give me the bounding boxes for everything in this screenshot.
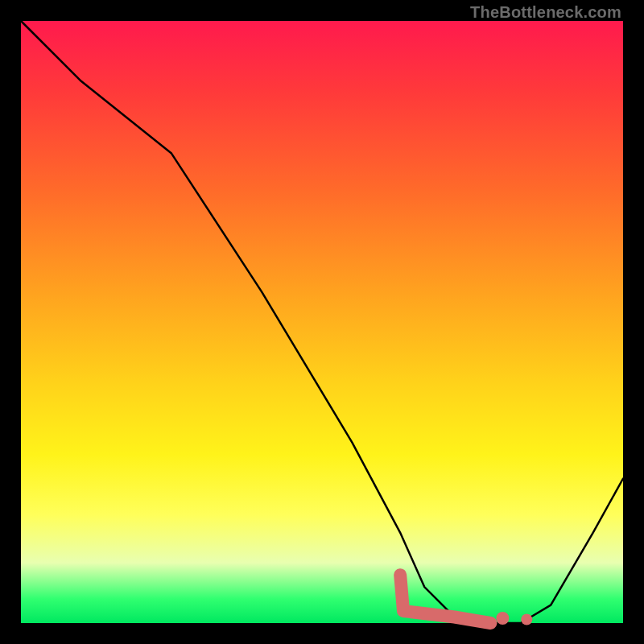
watermark-text: TheBottleneck.com	[470, 3, 621, 22]
marker-dot-2	[521, 614, 532, 625]
marker-dot-1	[496, 612, 509, 625]
chart-svg	[21, 21, 623, 623]
bottleneck-curve-path	[21, 21, 623, 623]
fuzzy-marker-segment	[400, 575, 490, 623]
chart-frame	[21, 21, 623, 623]
